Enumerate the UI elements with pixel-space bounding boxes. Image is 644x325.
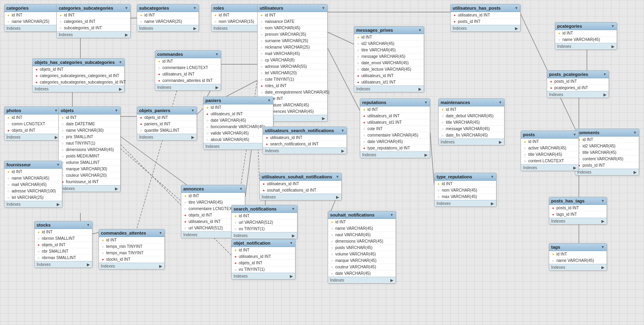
table-header-reputations[interactable]: reputations▼ xyxy=(360,99,430,106)
table-header-objets[interactable]: objets▼ xyxy=(59,107,120,114)
table-objets_has_categories_subcategories[interactable]: objets_has_categories_subcategories▼ ● o… xyxy=(32,58,125,92)
indexes-row[interactable]: Indexes▶ xyxy=(137,25,199,31)
table-header-tags[interactable]: tags▼ xyxy=(549,243,607,251)
table-commandes_attentes[interactable]: commandes_attentes▼ ♦ id INT ○ temps_min… xyxy=(98,229,165,270)
table-categories_subcategories[interactable]: categories_subcategories▼ ♦ id INT ○ cat… xyxy=(56,4,131,38)
table-fournisseur[interactable]: fournisseur▼ ♦ id INT ○ name VARCHAR(45)… xyxy=(4,161,62,208)
table-header-objet_notification[interactable]: objet_notification▼ xyxy=(232,239,295,247)
table-utilisateurs_souhait_notifications[interactable]: utilisateurs_souhait_notifications▼ ● ut… xyxy=(259,173,342,200)
indexes-row[interactable]: Indexes▶ xyxy=(4,201,62,207)
table-title: commandes_attentes xyxy=(101,231,146,235)
table-subcategories[interactable]: subcategories▼ ♦ id INT ○ name VARCHAR(2… xyxy=(137,4,199,32)
table-header-commandes_attentes[interactable]: commandes_attentes▼ xyxy=(99,229,164,237)
indexes-row[interactable]: Indexes▶ xyxy=(435,200,496,206)
indexes-row[interactable]: Indexes▶ xyxy=(328,277,396,283)
indexes-row[interactable]: Indexes▶ xyxy=(360,151,430,158)
table-posts_pcategories[interactable]: posts_pcategories▼ ● posts_id INT ● pcat… xyxy=(547,70,609,98)
table-souhait_notifications[interactable]: souhait_notifications▼ ♦ id INT ○ name V… xyxy=(328,211,396,284)
indexes-label: Indexes xyxy=(213,26,228,31)
table-header-search_notifications[interactable]: search_notifications▼ xyxy=(232,205,297,213)
table-commandes[interactable]: commandes▼ ♦ id INT ○ commentaire LCNGTE… xyxy=(155,50,221,91)
table-comments[interactable]: comments▼ ♦ id INT ○ id2 VARCHAR(45) ○ t… xyxy=(575,129,639,176)
indexes-row[interactable]: Indexes▶ xyxy=(35,261,92,268)
table-type_reputations[interactable]: type_reputations▼ ♦ id INT ○ nom VARCHAR… xyxy=(434,173,496,207)
indexes-row[interactable]: Indexes▶ xyxy=(232,232,297,239)
indexes-row[interactable]: Indexes▶ xyxy=(521,164,578,171)
table-photos[interactable]: photos▼ ♦ id INT ○ comm LCNGTEXT ● objet… xyxy=(4,106,60,141)
field-name: id INT xyxy=(446,107,457,112)
table-row: ♦ id INT xyxy=(521,139,578,145)
indexes-row[interactable]: Indexes▶ xyxy=(263,147,347,154)
field-icon: ♦ xyxy=(183,194,187,198)
indexes-row[interactable]: Indexes▶ xyxy=(4,25,62,31)
field-name: stocks_id INT xyxy=(106,257,131,262)
indexes-row[interactable]: Indexes▶ xyxy=(4,134,60,140)
table-row: ○ name VARCHAR(25) xyxy=(4,18,62,25)
table-objets_paniers[interactable]: objets_paniers▼ ● objets_id INT ● panier… xyxy=(137,106,197,141)
table-header-posts[interactable]: posts▼ xyxy=(521,131,578,139)
indexes-row[interactable]: Indexes▶ xyxy=(155,84,221,90)
table-header-fournisseur[interactable]: fournisseur▼ xyxy=(4,161,62,169)
table-header-categories_subcategories[interactable]: categories_subcategories▼ xyxy=(57,4,130,12)
table-header-comments[interactable]: comments▼ xyxy=(575,129,639,137)
table-header-subcategories[interactable]: subcategories▼ xyxy=(137,4,199,12)
table-utilisateurs_search_notifications[interactable]: utilisateurs_search_notifications▼ ● uti… xyxy=(263,127,347,154)
table-header-posts_has_tags[interactable]: posts_has_tags▼ xyxy=(549,197,607,205)
table-header-type_reputations[interactable]: type_reputations▼ xyxy=(435,173,496,181)
table-tags[interactable]: tags▼ ♦ id INT ○ name VARCHAR(45) Indexe… xyxy=(549,243,607,271)
table-header-souhait_notifications[interactable]: souhait_notifications▼ xyxy=(328,211,396,219)
table-header-commandes[interactable]: commandes▼ xyxy=(155,51,221,58)
table-header-annonces[interactable]: annonces▼ xyxy=(181,185,245,193)
indexes-row[interactable]: Indexes▶ xyxy=(451,25,520,31)
table-row: ● posts_id INT xyxy=(547,78,609,85)
indexes-row[interactable]: Indexes▶ xyxy=(575,169,639,175)
indexes-row[interactable]: Indexes▶ xyxy=(59,185,120,192)
table-row: ○ message VARCHAR(45) xyxy=(439,126,504,132)
indexes-row[interactable]: Indexes▶ xyxy=(549,264,607,270)
table-header-posts_pcategories[interactable]: posts_pcategories▼ xyxy=(547,71,609,78)
table-header-utilisateurs_souhait_notifications[interactable]: utilisateurs_souhait_notifications▼ xyxy=(260,173,341,181)
table-header-messages_prives[interactable]: messages_prives▼ xyxy=(354,27,424,34)
table-header-utilisateurs_search_notifications[interactable]: utilisateurs_search_notifications▼ xyxy=(263,127,347,135)
table-header-categories[interactable]: categories▼ xyxy=(4,4,62,12)
table-reputations[interactable]: reputations▼ ♦ id INT ● utilisateurs_id … xyxy=(360,98,430,158)
field-icon: ○ xyxy=(330,272,334,276)
table-search_notifications[interactable]: search_notifications▼ ♦ id INT ○ url VAR… xyxy=(231,205,297,239)
indexes-row[interactable]: Indexes▶ xyxy=(549,218,607,224)
table-roles[interactable]: roles▼ ♦ id INT ○ nom VARCHAR(15) Indexe… xyxy=(211,4,263,32)
table-row: ♦ id INT xyxy=(232,247,295,253)
table-header-objets_has_categories_subcategories[interactable]: objets_has_categories_subcategories▼ xyxy=(33,59,124,66)
table-stocks[interactable]: stocks▼ ♦ id INT ○ nbrmin SMALLINT ● obj… xyxy=(34,221,92,268)
table-header-pcategories[interactable]: pcategories▼ xyxy=(555,22,617,30)
table-header-roles[interactable]: roles▼ xyxy=(211,4,263,12)
table-header-paniers[interactable]: paniers▼ xyxy=(203,97,273,104)
table-objet_notification[interactable]: objet_notification▼ ♦ id INT ● utilisate… xyxy=(231,239,295,280)
field-name: id INT xyxy=(12,115,23,120)
indexes-row[interactable]: Indexes▶ xyxy=(211,25,263,31)
indexes-row[interactable]: Indexes▶ xyxy=(547,91,609,98)
table-categories[interactable]: categories▼ ♦ id INT ○ name VARCHAR(25) … xyxy=(4,4,62,32)
table-pcategories[interactable]: pcategories▼ ♦ id INT ○ name VARCHAR(45)… xyxy=(555,22,617,50)
table-utilisateurs_has_posts[interactable]: utilisateurs_has_posts▼ ● utilisateurs_i… xyxy=(450,4,521,32)
field-name: active VARCHAR(45) xyxy=(528,146,566,150)
indexes-row[interactable]: Indexes▶ xyxy=(555,43,617,49)
table-header-utilisateurs[interactable]: utilisateurs▼ xyxy=(258,4,327,12)
table-header-stocks[interactable]: stocks▼ xyxy=(35,221,92,229)
indexes-row[interactable]: Indexes▶ xyxy=(354,86,424,92)
table-header-objets_paniers[interactable]: objets_paniers▼ xyxy=(137,107,197,114)
table-messages_prives[interactable]: messages_prives▼ ♦ id INT ○ id2 VARCHAR(… xyxy=(354,26,424,92)
table-header-utilisateurs_has_posts[interactable]: utilisateurs_has_posts▼ xyxy=(451,4,520,12)
indexes-row[interactable]: Indexes▶ xyxy=(137,134,197,140)
indexes-row[interactable]: Indexes▶ xyxy=(33,86,124,92)
table-header-maintenances[interactable]: maintenances▼ xyxy=(439,99,504,106)
table-posts[interactable]: posts▼ ♦ id INT ○ active VARCHAR(45) ○ t… xyxy=(521,131,579,171)
indexes-row[interactable]: Indexes▶ xyxy=(232,273,295,279)
indexes-row[interactable]: Indexes▶ xyxy=(99,263,164,269)
indexes-row[interactable]: Indexes▶ xyxy=(260,194,341,200)
indexes-row[interactable]: Indexes▶ xyxy=(439,139,504,145)
table-posts_has_tags[interactable]: posts_has_tags▼ ● posts_id INT ● tags_id… xyxy=(549,197,607,225)
indexes-row[interactable]: Indexes▶ xyxy=(57,31,130,38)
table-maintenances[interactable]: maintenances▼ ♦ id INT ○ date_debut VARC… xyxy=(438,98,505,145)
table-objets[interactable]: objets▼ ♦ id INT ○ date DATETIME ○ name … xyxy=(58,106,121,192)
table-header-photos[interactable]: photos▼ xyxy=(4,107,60,114)
